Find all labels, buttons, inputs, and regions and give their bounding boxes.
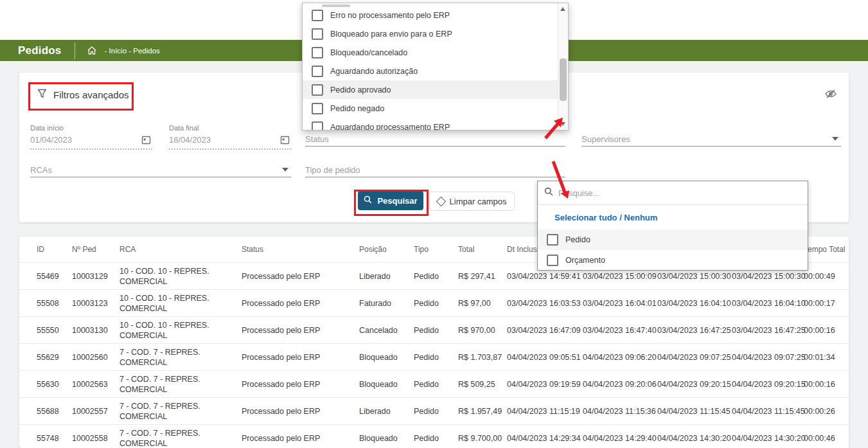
table-cell: Processado pelo ERP [242, 398, 359, 425]
supervisores-placeholder: Supervisores [581, 134, 630, 144]
supervisores-select[interactable]: Supervisores [581, 132, 841, 147]
checkbox-unchecked-icon[interactable] [312, 66, 323, 77]
checkbox-unchecked-icon[interactable] [547, 255, 558, 266]
table-cell: 55748 [19, 425, 72, 448]
search-button[interactable]: Pesquisar [358, 191, 423, 210]
table-cell: Bloqueado [359, 425, 414, 448]
table-cell: Processado pelo ERP [242, 290, 359, 317]
status-option[interactable]: Bloqueado para envio para o ERP [303, 24, 558, 43]
dropdown-search-input[interactable]: Pesquise... [538, 181, 808, 205]
rcas-select[interactable]: RCAs [30, 163, 291, 177]
table-cell: 10002563 [72, 371, 120, 398]
table-cell: Liberado [359, 263, 414, 290]
table-cell: Faturado [359, 290, 414, 317]
tipo-option[interactable]: Pedido [538, 229, 808, 250]
table-cell: 00:01:34 [804, 344, 849, 371]
table-row[interactable]: 55629100025607 - COD. 7 - REPRES. COMERC… [19, 344, 849, 371]
checkbox-unchecked-icon[interactable] [312, 28, 323, 40]
table-cell: 7 - COD. 7 - REPRES. COMERCIAL [120, 425, 242, 448]
tipo-pedido-select[interactable]: Tipo de pedido [305, 163, 565, 177]
date-end-field[interactable]: Data final 18/04/2023 [169, 124, 291, 150]
table-cell: 04/04/2023 09:05:51 [507, 344, 583, 371]
status-option-label: Bloqueado/cancelado [330, 48, 407, 57]
table-cell: 00:00:17 [804, 290, 849, 317]
status-option[interactable]: Bloqueado/cancelado [303, 43, 558, 62]
date-end-value: 18/04/2023 [169, 135, 291, 145]
table-cell: 03/04/2023 16:03:53 [507, 290, 583, 317]
table-cell: 03/04/2023 16:47:09 [507, 317, 583, 344]
table-cell: 00:00:49 [804, 263, 849, 290]
status-option[interactable]: Pedido negado [303, 99, 558, 118]
clear-button[interactable]: Limpar campos [429, 192, 515, 211]
page-title: Pedidos [18, 44, 62, 57]
column-header: Total [458, 237, 507, 263]
tipo-option[interactable]: Orçamento [538, 250, 808, 271]
status-option[interactable]: Aguardando autorização [303, 62, 558, 80]
table-cell: Processado pelo ERP [242, 344, 359, 371]
checkbox-unchecked-icon[interactable] [312, 84, 323, 96]
table-cell: 03/04/2023 16:04:10 [657, 290, 732, 317]
table-cell: 03/04/2023 16:47:40 [583, 317, 657, 344]
checkbox-unchecked-icon[interactable] [547, 234, 558, 246]
tipo-option-label: Orçamento [565, 256, 605, 265]
status-option[interactable]: Erro no processamento pelo ERP [303, 6, 558, 24]
eye-slash-icon[interactable] [824, 88, 837, 102]
tipo-pedido-placeholder: Tipo de pedido [305, 165, 360, 175]
filters-toggle[interactable]: Filtros avançados [37, 89, 129, 101]
table-cell: 7 - COD. 7 - REPRES. COMERCIAL [120, 371, 242, 398]
table-cell: 55630 [19, 371, 72, 398]
table-row[interactable]: 55630100025637 - COD. 7 - REPRES. COMERC… [19, 371, 849, 398]
status-dropdown-options: Erro no processamento pelo ERPBloqueado … [303, 6, 558, 130]
date-start-field[interactable]: Data início 01/04/2023 [30, 124, 152, 150]
table-cell: Pedido [414, 398, 458, 425]
tipo-dropdown-options: PedidoOrçamento [538, 229, 808, 271]
checkbox-unchecked-icon[interactable] [312, 47, 323, 58]
table-cell: Processado pelo ERP [242, 425, 359, 448]
table-cell: R$ 97,00 [458, 290, 507, 317]
table-cell: 04/04/2023 09:06:20 [583, 344, 657, 371]
filters-title: Filtros avançados [53, 89, 129, 100]
search-button-label: Pesquisar [377, 196, 417, 206]
table-cell: Bloqueado [359, 371, 414, 398]
checkbox-unchecked-icon[interactable] [312, 103, 323, 114]
table-row[interactable]: 555081000312310 - COD. 10 - REPRES. COME… [19, 290, 849, 317]
search-icon [364, 195, 372, 206]
column-header: ID [19, 237, 72, 263]
status-option-label: Pedido aprovado [330, 85, 391, 94]
search-icon [544, 187, 553, 199]
column-header: Status [242, 237, 359, 263]
column-header: Nº Ped [72, 237, 120, 263]
dropdown-scrollbar[interactable] [558, 3, 568, 130]
home-icon[interactable] [87, 46, 97, 55]
table-row[interactable]: 55748100025587 - COD. 7 - REPRES. COMERC… [19, 425, 849, 448]
table-cell: Processado pelo ERP [242, 263, 359, 290]
column-header: RCA [120, 237, 242, 263]
status-option-label: Bloqueado para envio para o ERP [330, 30, 452, 39]
table-cell: R$ 297,41 [458, 263, 507, 290]
table-cell: R$ 509,25 [458, 371, 507, 398]
scroll-up-icon[interactable] [560, 7, 565, 11]
scrollbar-thumb[interactable] [560, 58, 567, 101]
table-cell: 04/04/2023 11:15:36 [583, 398, 657, 425]
dropdown-search-placeholder: Pesquise... [558, 188, 599, 198]
table-cell: Liberado [359, 398, 414, 425]
status-option[interactable]: Aguardando processamento ERP [303, 118, 558, 130]
status-select[interactable]: Status [305, 132, 565, 147]
table-row[interactable]: 55688100025577 - COD. 7 - REPRES. COMERC… [19, 398, 849, 425]
table-row[interactable]: 555501000313010 - COD. 10 - REPRES. COME… [19, 317, 849, 344]
calendar-icon[interactable] [280, 135, 290, 147]
checkbox-unchecked-icon[interactable] [312, 10, 323, 21]
checkbox-unchecked-icon[interactable] [312, 121, 323, 131]
calendar-icon[interactable] [141, 135, 151, 147]
table-cell: 04/04/2023 11:15:45 [657, 398, 732, 425]
status-option-label: Aguardando processamento ERP [330, 123, 450, 131]
table-cell: 04/04/2023 14:30:20 [732, 425, 804, 448]
table-cell: 55469 [19, 263, 72, 290]
table-cell: 00:00:46 [804, 425, 849, 448]
scroll-down-icon[interactable] [560, 122, 565, 126]
select-all-link[interactable]: Selecionar tudo / Nenhum [538, 205, 808, 229]
table-cell: 10 - COD. 10 - REPRES. COMERCIAL [120, 263, 242, 290]
status-option[interactable]: Pedido aprovado [303, 80, 558, 99]
table-cell: 04/04/2023 09:07:25 [657, 344, 732, 371]
table-cell: 00:00:26 [804, 398, 849, 425]
